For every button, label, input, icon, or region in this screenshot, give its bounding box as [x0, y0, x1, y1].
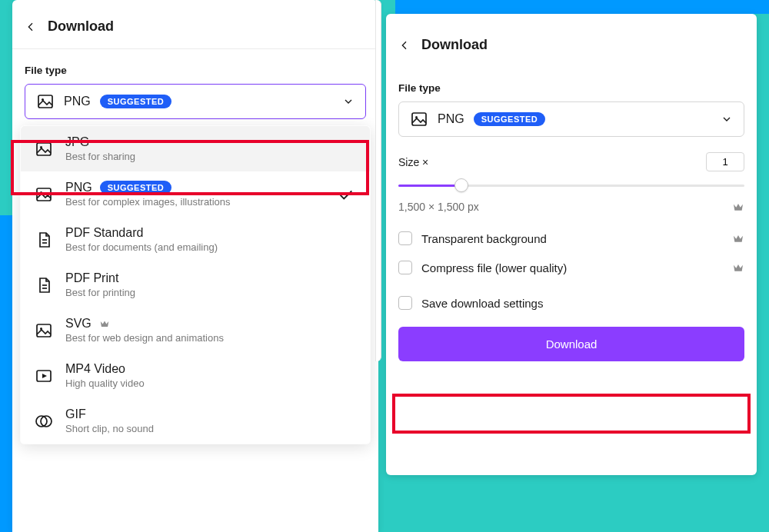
- option-sub: Short clip, no sound: [65, 423, 154, 434]
- gif-icon: [35, 412, 53, 431]
- svg-rect-16: [412, 113, 426, 125]
- suggested-badge: SUGGESTED: [100, 181, 172, 195]
- size-label: Size ×: [398, 156, 428, 168]
- filetype-option-gif[interactable]: GIFShort clip, no sound: [21, 398, 370, 444]
- svg-rect-2: [37, 143, 51, 155]
- image-icon: [410, 110, 428, 128]
- option-sub: Best for sharing: [65, 151, 135, 162]
- transparent-bg-checkbox[interactable]: [398, 231, 412, 245]
- filetype-option-svg[interactable]: SVGBest for web design and animations: [21, 308, 370, 353]
- file-type-select[interactable]: PNG SUGGESTED: [398, 101, 744, 137]
- option-name: JPG: [65, 135, 89, 149]
- option-name: PDF Standard: [65, 226, 143, 240]
- check-icon: [338, 186, 355, 203]
- download-panel-right: Download File type PNG SUGGESTED Size × …: [386, 14, 757, 475]
- option-sub: Best for web design and animations: [65, 332, 224, 344]
- slider-thumb[interactable]: [454, 178, 468, 192]
- svg-rect-0: [38, 95, 52, 108]
- transparent-bg-row: Transparent background: [386, 224, 757, 253]
- svg-marker-13: [42, 374, 47, 378]
- image-icon: [35, 140, 53, 158]
- back-icon[interactable]: [25, 21, 37, 33]
- video-icon: [35, 367, 53, 385]
- dimensions-text: 1,500 × 1,500 px: [398, 201, 479, 213]
- svg-rect-4: [37, 188, 51, 201]
- option-name: SVG: [65, 317, 92, 331]
- crown-icon: [99, 318, 110, 329]
- save-settings-row: Save download settings: [386, 288, 757, 318]
- option-name: GIF: [65, 407, 86, 421]
- crown-icon: [732, 201, 744, 213]
- transparent-bg-label: Transparent background: [421, 232, 547, 245]
- option-sub: Best for documents (and emailing): [65, 241, 218, 253]
- chevron-down-icon: [342, 95, 355, 108]
- file-type-label: File type: [398, 67, 744, 101]
- slider-track: [398, 185, 744, 187]
- panel-header: Download: [386, 14, 757, 67]
- suggested-badge: SUGGESTED: [100, 95, 172, 108]
- filetype-option-png[interactable]: PNGSUGGESTEDBest for complex images, ill…: [21, 171, 370, 217]
- decoration: [0, 215, 12, 532]
- document-icon: [35, 231, 53, 249]
- option-name: PDF Print: [65, 271, 118, 285]
- suggested-badge: SUGGESTED: [474, 112, 546, 126]
- back-icon[interactable]: [398, 39, 411, 52]
- panel-divider: [375, 0, 381, 361]
- filetype-option-mp4-video[interactable]: MP4 VideoHigh quality video: [21, 353, 370, 398]
- option-name: PNG: [65, 181, 92, 195]
- download-button[interactable]: Download: [398, 327, 744, 361]
- svg-rect-10: [37, 324, 51, 337]
- selected-filetype: PNG: [64, 95, 91, 108]
- image-icon: [35, 321, 53, 340]
- filetype-option-pdf-standard[interactable]: PDF StandardBest for documents (and emai…: [21, 217, 370, 262]
- image-icon: [35, 185, 53, 204]
- compress-row: Compress file (lower quality): [386, 253, 757, 282]
- size-input[interactable]: [706, 152, 744, 171]
- file-type-label: File type: [25, 49, 366, 84]
- option-name: MP4 Video: [65, 362, 125, 376]
- chevron-down-icon: [721, 113, 733, 125]
- selected-filetype: PNG: [438, 112, 464, 126]
- page-title: Download: [421, 37, 488, 53]
- crown-icon: [732, 261, 744, 274]
- page-title: Download: [48, 18, 114, 35]
- image-icon: [36, 92, 55, 111]
- panel-header: Download: [12, 0, 378, 48]
- size-slider[interactable]: [386, 176, 757, 195]
- size-row: Size ×: [386, 137, 757, 176]
- crown-icon: [732, 232, 744, 244]
- filetype-option-jpg[interactable]: JPGBest for sharing: [21, 126, 370, 171]
- document-icon: [35, 276, 53, 294]
- save-settings-label: Save download settings: [421, 297, 543, 310]
- decoration: [395, 0, 769, 14]
- compress-label: Compress file (lower quality): [421, 261, 567, 274]
- file-type-select[interactable]: PNG SUGGESTED: [25, 84, 366, 119]
- filetype-option-pdf-print[interactable]: PDF PrintBest for printing: [21, 262, 370, 308]
- option-sub: High quality video: [65, 377, 145, 389]
- save-settings-checkbox[interactable]: [398, 296, 412, 310]
- compress-checkbox[interactable]: [398, 261, 412, 274]
- option-sub: Best for printing: [65, 287, 135, 298]
- dimensions-row: 1,500 × 1,500 px: [386, 195, 757, 213]
- filetype-dropdown: JPGBest for sharingPNGSUGGESTEDBest for …: [20, 125, 371, 444]
- download-panel-left: Download File type PNG SUGGESTED JPGBest…: [12, 0, 378, 532]
- option-sub: Best for complex images, illustrations: [65, 196, 231, 208]
